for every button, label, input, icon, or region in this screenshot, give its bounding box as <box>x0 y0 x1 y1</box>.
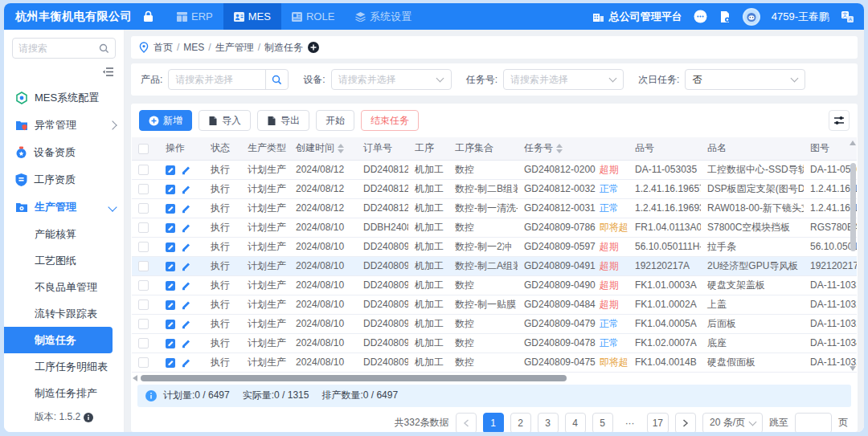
edit-doc-icon[interactable] <box>166 222 176 233</box>
cell-prod-type: 计划生产 <box>241 295 289 314</box>
tab-mes[interactable]: MES <box>223 3 281 30</box>
sidebar-item-产能核算[interactable]: 产能核算 <box>4 221 124 247</box>
start-button[interactable]: 开始 <box>316 110 354 131</box>
sidebar-search-input[interactable] <box>18 43 96 54</box>
pencil-icon[interactable] <box>181 338 191 348</box>
table-row: 执行计划生产2024/08/10DD240809...机加工数控-制一2冲GD2… <box>132 237 857 256</box>
sidebar-item-设备资质[interactable]: 设备资质 <box>4 139 124 166</box>
vertical-scrollbar[interactable] <box>850 160 857 373</box>
edit-doc-icon[interactable] <box>166 357 176 368</box>
edit-doc-icon[interactable] <box>166 261 176 271</box>
jump-page-input[interactable] <box>795 413 832 433</box>
row-checkbox[interactable] <box>138 165 149 175</box>
username[interactable]: 4759-王春鹏 <box>772 10 829 24</box>
row-checkbox[interactable] <box>138 222 149 233</box>
task-table: 操作状态生产类型创建时间订单号工序工序集合任务号品号品名图号 执行计划生产202… <box>132 137 857 373</box>
sidebar-item-异常管理[interactable]: 异常管理 <box>4 112 124 139</box>
tab-erp[interactable]: ERP <box>166 3 223 30</box>
breadcrumb-item[interactable]: 制造任务 <box>264 41 303 55</box>
row-checkbox[interactable] <box>138 280 149 291</box>
row-checkbox[interactable] <box>138 261 149 271</box>
column-header-创建时间[interactable]: 创建时间 <box>289 137 357 160</box>
sidebar-item-生产管理[interactable]: 生产管理 <box>4 194 124 221</box>
column-header-工序集合: 工序集合 <box>448 137 518 160</box>
sidebar-item-制造任务排产[interactable]: 制造任务排产 <box>4 380 124 404</box>
row-checkbox[interactable] <box>138 299 149 310</box>
horizontal-scrollbar[interactable] <box>139 375 850 381</box>
tab-系统设置[interactable]: 系统设置 <box>345 3 422 30</box>
pencil-icon[interactable] <box>181 222 191 233</box>
filter-control[interactable] <box>168 69 289 90</box>
sidebar-item-制造任务[interactable]: 制造任务 <box>4 327 113 353</box>
edit-doc-icon[interactable] <box>166 338 176 348</box>
avatar[interactable] <box>743 8 760 26</box>
sidebar-item-不良品单管理[interactable]: 不良品单管理 <box>4 274 124 300</box>
edit-doc-icon[interactable] <box>166 184 176 194</box>
page-button-17[interactable]: 17 <box>647 413 669 433</box>
sidebar-item-MES系统配置[interactable]: MES系统配置 <box>4 84 124 112</box>
sidebar-item-工序资质[interactable]: 工序资质 <box>4 166 124 194</box>
tab-role[interactable]: ROLE <box>281 3 345 30</box>
export-button[interactable]: 导出 <box>257 110 309 131</box>
message-icon[interactable] <box>694 10 707 23</box>
platform-switch[interactable]: 总公司管理平台 <box>592 10 682 24</box>
edit-doc-icon[interactable] <box>166 165 176 175</box>
pencil-icon[interactable] <box>181 261 191 271</box>
pencil-icon[interactable] <box>181 280 191 291</box>
sidebar-item-工艺图纸[interactable]: 工艺图纸 <box>4 247 124 274</box>
document-settings-icon[interactable] <box>719 10 731 23</box>
select-all-checkbox[interactable] <box>138 144 149 154</box>
edit-doc-icon[interactable] <box>166 299 176 310</box>
edit-doc-icon[interactable] <box>166 319 176 329</box>
edit-doc-icon[interactable] <box>166 203 176 214</box>
pencil-icon[interactable] <box>181 203 191 214</box>
menu-collapse-icon[interactable] <box>102 67 114 79</box>
pencil-icon[interactable] <box>181 319 191 329</box>
page-button-4[interactable]: 4 <box>565 413 586 433</box>
filter-control[interactable]: 否 <box>685 69 805 90</box>
breadcrumb-item[interactable]: 生产管理 <box>215 41 254 55</box>
row-checkbox[interactable] <box>138 242 149 252</box>
row-checkbox[interactable] <box>138 338 149 348</box>
sidebar-item-流转卡跟踪表[interactable]: 流转卡跟踪表 <box>4 300 124 327</box>
add-button[interactable]: 新增 <box>139 110 192 131</box>
page-button-2[interactable]: 2 <box>510 413 531 433</box>
column-header-任务号[interactable]: 任务号 <box>518 137 628 160</box>
row-checkbox[interactable] <box>138 357 149 368</box>
edit-doc-icon[interactable] <box>166 280 176 291</box>
pencil-icon[interactable] <box>181 299 191 310</box>
page-size-select[interactable]: 20 条/页 <box>702 413 763 433</box>
lock-icon[interactable] <box>143 10 154 22</box>
info-icon[interactable] <box>84 413 93 422</box>
page-button-5[interactable]: 5 <box>592 413 613 433</box>
sort-icon[interactable] <box>338 144 344 153</box>
sidebar-item-工序任务明细表[interactable]: 工序任务明细表 <box>4 353 124 380</box>
row-checkbox[interactable] <box>138 203 149 214</box>
table-row: 执行计划生产2024/08/10DDBH2408...机加工数控GD240809… <box>132 218 857 237</box>
add-tab-icon[interactable] <box>308 42 319 53</box>
sidebar-search[interactable] <box>12 38 116 59</box>
filter-search-input[interactable] <box>169 74 265 85</box>
import-button[interactable]: 导入 <box>199 110 251 131</box>
pencil-icon[interactable] <box>181 184 191 194</box>
next-page-button[interactable] <box>675 413 696 433</box>
page-button-3[interactable]: 3 <box>538 413 559 433</box>
column-settings-icon[interactable] <box>829 110 850 131</box>
page-button-1[interactable]: 1 <box>483 413 504 433</box>
edit-doc-icon[interactable] <box>166 242 176 252</box>
more-pages-button[interactable]: ··· <box>620 413 641 433</box>
sort-icon[interactable] <box>556 144 563 153</box>
pencil-icon[interactable] <box>181 357 191 368</box>
pencil-icon[interactable] <box>181 242 191 252</box>
finish-task-button[interactable]: 结束任务 <box>361 110 419 131</box>
filter-control[interactable]: 请搜索并选择 <box>503 69 624 90</box>
language-switch-icon[interactable]: 文A <box>841 10 854 23</box>
pencil-icon[interactable] <box>181 165 191 175</box>
breadcrumb-item[interactable]: MES <box>183 42 204 53</box>
prev-page-button[interactable] <box>456 413 477 433</box>
row-checkbox[interactable] <box>138 319 149 329</box>
filter-search-button[interactable] <box>265 70 288 89</box>
breadcrumb-item[interactable]: 首页 <box>154 41 173 55</box>
row-checkbox[interactable] <box>138 184 149 194</box>
filter-control[interactable]: 请搜索并选择 <box>331 69 452 90</box>
